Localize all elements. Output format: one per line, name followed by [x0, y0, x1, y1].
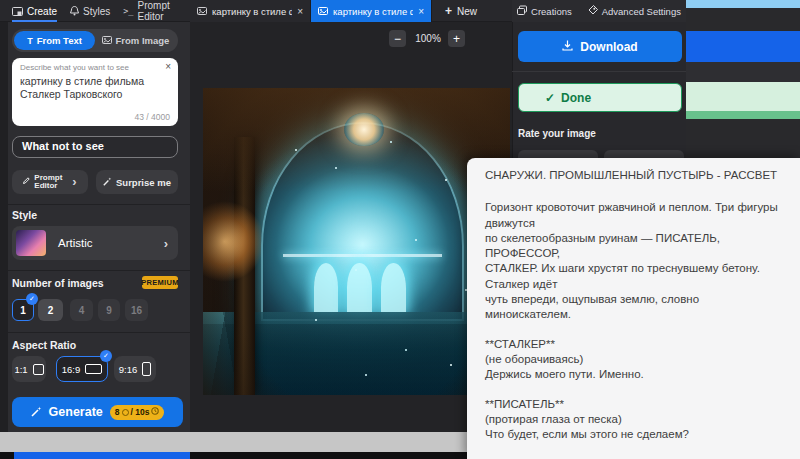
aspect-ratio-option-1-1[interactable]: 1:1: [12, 356, 46, 382]
transcript-line: Горизонт кровоточит ржавчиной и пеплом. …: [485, 200, 786, 231]
prompt-input[interactable]: Describe what you want to see × картинку…: [12, 58, 178, 126]
image-file-icon: [318, 6, 328, 17]
image-icon: [102, 35, 112, 46]
image-count-option-9[interactable]: 9: [98, 299, 120, 321]
background-window-button-sliver: [14, 452, 190, 459]
style-selected-value: Artistic: [58, 237, 152, 249]
download-label: Download: [580, 40, 637, 54]
style-selector[interactable]: Artistic ›: [12, 226, 178, 260]
style-section-label: Style: [12, 209, 37, 221]
creations-button[interactable]: Creations: [517, 6, 572, 17]
background-window-strip-blue: [686, 31, 800, 62]
number-of-images-label: Number of images: [12, 277, 104, 289]
nav-styles[interactable]: Styles: [70, 0, 110, 22]
landscape-shape-icon: [85, 364, 102, 374]
text-tool-icon: T: [27, 36, 33, 46]
aspect-ratio-label: Aspect Ratio: [12, 339, 76, 351]
character-name: **ПИСАТЕЛЬ**: [485, 397, 786, 412]
from-text-label: From Text: [37, 35, 82, 46]
generate-button[interactable]: Generate 8 / 10s: [12, 397, 183, 427]
image-count-option-2[interactable]: 2: [38, 299, 63, 321]
divider: [8, 204, 190, 205]
advanced-settings-button[interactable]: Advanced Settings: [588, 5, 681, 17]
scene-heading: СНАРУЖИ. ПРОМЫШЛЕННЫЙ ПУСТЫРЬ - РАССВЕТ: [485, 168, 786, 183]
prompt-editor-button[interactable]: Prompt Editor ›: [12, 170, 88, 194]
style-thumbnail: [16, 230, 46, 256]
right-header: Creations Advanced Settings: [512, 0, 686, 22]
chevron-right-icon: ›: [72, 178, 76, 187]
pencil-icon: [23, 177, 30, 187]
selected-check-icon: ✓: [26, 293, 38, 305]
scene-description: Горизонт кровоточит ржавчиной и пеплом. …: [485, 200, 786, 322]
selected-check-icon: ✓: [100, 350, 112, 362]
prompt-placeholder-label: Describe what you want to see: [20, 63, 170, 72]
generation-time: / 10s: [131, 407, 150, 417]
tab-label: картинку в стиле фи...: [212, 6, 292, 17]
coin-icon: [122, 409, 129, 416]
tab-close-icon[interactable]: ×: [418, 6, 424, 17]
new-tab-button[interactable]: + New: [432, 0, 490, 22]
tab-document-1[interactable]: картинку в стиле фи... ×: [190, 0, 311, 22]
rate-your-image-label: Rate your image: [518, 128, 596, 139]
zoom-in-button[interactable]: +: [448, 30, 465, 47]
image-count-label: 4: [79, 305, 85, 316]
premium-badge: PREMIUM: [142, 276, 178, 289]
window-edge: [0, 22, 8, 432]
prompt-editor-icon: >_: [123, 6, 133, 16]
image-count-option-4[interactable]: 4: [70, 299, 93, 321]
done-label: Done: [561, 91, 591, 105]
dialogue-block: **СТАЛКЕР** (не оборачиваясь) Держись мо…: [485, 337, 786, 383]
from-image-toggle[interactable]: From Image: [95, 31, 176, 50]
char-counter: 43 / 4000: [135, 112, 170, 122]
aspect-ratio-option-9-16[interactable]: 9:16: [114, 356, 156, 382]
aspect-ratio-value: 9:16: [119, 364, 138, 375]
app-window: Create Styles >_ Prompt Editor картинку …: [0, 0, 800, 459]
nav-prompt-editor-label: Prompt Editor: [138, 0, 191, 22]
background-window-strip-lightblue: [686, 0, 800, 8]
divider: [512, 71, 686, 72]
generate-cost-badge: 8 / 10s: [110, 405, 165, 420]
done-button[interactable]: ✓ Done: [518, 83, 682, 112]
nav-prompt-editor[interactable]: >_ Prompt Editor: [123, 0, 190, 22]
minus-icon: −: [394, 32, 401, 46]
aspect-ratio-value: 1:1: [14, 364, 27, 375]
image-count-label: 1: [20, 305, 26, 316]
from-text-toggle[interactable]: T From Text: [14, 31, 95, 50]
background-window-strip-dark: [686, 119, 800, 158]
source-toggle: T From Text From Image: [12, 29, 178, 52]
background-window-strip-lightgreen: [686, 82, 800, 111]
plus-icon: +: [453, 32, 460, 46]
tab-close-icon[interactable]: ×: [297, 6, 303, 17]
wand-icon: [31, 403, 42, 421]
clear-prompt-icon[interactable]: ×: [165, 61, 171, 72]
tab-document-2-active[interactable]: картинку в стиле фи... ×: [311, 0, 432, 22]
advanced-settings-icon: [588, 5, 598, 17]
character-name: **СТАЛКЕР**: [485, 337, 786, 352]
from-image-label: From Image: [116, 35, 170, 46]
generated-image-orb: [344, 113, 384, 147]
download-icon: [562, 40, 573, 54]
dialogue-line: Держись моего пути. Именно.: [485, 367, 786, 382]
square-shape-icon: [33, 364, 44, 375]
surprise-me-button[interactable]: Surprise me: [96, 170, 178, 194]
dialogue-block: **ПИСАТЕЛЬ** (протирая глаза от песка) Ч…: [485, 397, 786, 443]
prompt-value: картинку в стиле фильма Сталкер Тарковск…: [20, 75, 160, 101]
new-tab-label: New: [457, 6, 477, 17]
creations-label: Creations: [531, 6, 572, 17]
background-window-strip-dark: [686, 8, 800, 31]
generated-image[interactable]: [203, 88, 510, 395]
zoom-out-button[interactable]: −: [389, 30, 406, 47]
parenthetical: (не оборачиваясь): [485, 352, 786, 367]
generate-label: Generate: [49, 405, 103, 419]
negative-prompt-input[interactable]: What not to see: [12, 136, 178, 158]
prompt-editor-button-label: Prompt Editor: [34, 174, 68, 191]
advanced-settings-label: Advanced Settings: [602, 6, 681, 17]
download-button[interactable]: Download: [518, 31, 682, 62]
aspect-ratio-option-16-9[interactable]: 16:9: [56, 356, 108, 382]
nav-create[interactable]: Create: [12, 0, 57, 22]
image-count-option-16[interactable]: 16: [125, 299, 148, 321]
dialogue-line: Что будет, если мы этого не сделаем?: [485, 427, 786, 442]
nav-create-label: Create: [27, 6, 57, 17]
check-icon: ✓: [545, 91, 555, 105]
clock-icon: [151, 407, 159, 417]
